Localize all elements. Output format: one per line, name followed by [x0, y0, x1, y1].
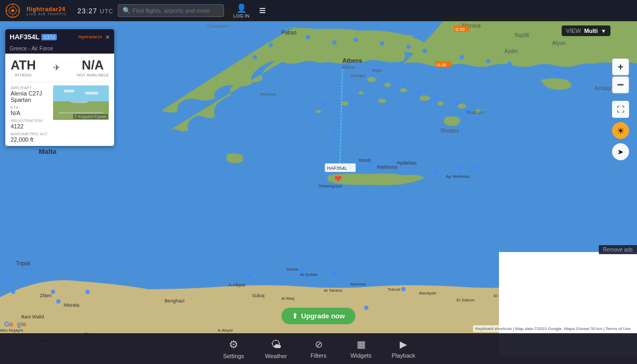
svg-point-7 — [437, 101, 444, 106]
flight-details: AIRCRAFT Alenia C27J Spartan ETA N/A REG… — [5, 82, 114, 146]
svg-point-39 — [322, 101, 326, 106]
svg-text:Ηράκλειο: Ηράκλειο — [397, 160, 417, 166]
svg-text:Catanzaro: Catanzaro — [207, 23, 229, 29]
flight-card-header: HAF354L C27J flightradar24 × — [5, 29, 114, 45]
settings-button[interactable]: ⚙ Settings — [212, 333, 255, 364]
fullscreen-button[interactable]: ⛶ — [612, 101, 629, 118]
svg-point-41 — [11, 290, 15, 294]
flight-arrow-icon: ✈ — [53, 63, 60, 72]
svg-text:O-22: O-22 — [437, 63, 446, 67]
svg-text:Bodrum: Bodrum — [467, 110, 484, 115]
view-toggle[interactable]: VIEW Multi ▼ — [562, 25, 610, 36]
svg-point-42 — [51, 290, 55, 294]
svg-text:Θήβα: Θήβα — [372, 68, 382, 73]
svg-point-25 — [460, 55, 464, 59]
svg-text:Antaly: Antaly — [595, 85, 611, 91]
svg-point-5 — [378, 99, 386, 103]
from-airport-name: ATHENS — [11, 73, 36, 77]
svg-text:Nazilli: Nazilli — [515, 32, 529, 38]
svg-point-18 — [269, 43, 273, 47]
svg-point-8 — [458, 103, 466, 109]
svg-text:Afyon: Afyon — [552, 40, 566, 46]
svg-text:Rethimno: Rethimno — [377, 164, 398, 170]
svg-point-26 — [486, 59, 490, 63]
svg-point-29 — [401, 83, 406, 87]
to-airport-code: N/A — [77, 58, 109, 73]
filters-button[interactable]: ⊘ Filters — [297, 333, 340, 364]
bottom-toolbar: ⚙ Settings 🌤 Weather ⊘ Filters ▦ Widgets… — [0, 333, 637, 364]
svg-text:Athens: Athens — [342, 57, 362, 64]
playback-button[interactable]: ▶ Playback — [382, 333, 425, 364]
svg-point-21 — [354, 38, 358, 42]
keyboard-shortcuts-link[interactable]: Keyboard shortcuts — [475, 326, 512, 331]
remove-ads-button[interactable]: Remove ads — [599, 245, 637, 254]
svg-point-30 — [417, 91, 421, 95]
svg-point-10 — [342, 101, 348, 106]
svg-rect-104 — [76, 102, 82, 102]
terms-link[interactable]: Terms of Use — [606, 326, 631, 331]
flightradar-logo-small: flightradar24 — [79, 34, 102, 39]
baro-alt-label: BAROMETRIC ALT. — [11, 132, 49, 136]
to-airport-name: NOT AVAILABLE — [77, 73, 109, 77]
svg-point-22 — [380, 41, 384, 46]
upgrade-button[interactable]: ⬆ Upgrade now — [281, 308, 355, 324]
flight-type-badge: C27J — [41, 34, 57, 40]
weather-layer-button[interactable]: ☀ — [612, 122, 629, 139]
svg-text:Ay. Νικόλαος: Ay. Νικόλαος — [446, 174, 470, 179]
map-container[interactable]: HAF354L Mal — [0, 0, 637, 364]
svg-point-28 — [555, 71, 559, 75]
svg-text:Aydın: Aydın — [504, 48, 518, 54]
widgets-button[interactable]: ▦ Widgets — [340, 333, 382, 364]
search-input[interactable] — [133, 7, 212, 14]
locate-button[interactable]: ➤ — [612, 143, 629, 160]
filters-icon: ⊘ — [315, 339, 323, 350]
widgets-label: Widgets — [350, 352, 372, 359]
weather-label: Weather — [265, 353, 287, 359]
user-area: 👤 LOG IN ≡ — [228, 3, 276, 19]
svg-text:Mediterranean Sea: Mediterranean Sea — [152, 203, 197, 209]
menu-button[interactable]: ≡ — [255, 4, 270, 18]
svg-text:Al Tamimi: Al Tamimi — [324, 288, 342, 293]
svg-point-19 — [306, 35, 310, 39]
svg-point-34 — [473, 165, 477, 169]
svg-text:Δύελφοι: Δύελφοι — [350, 73, 366, 78]
playback-label: Playback — [392, 352, 416, 359]
eta-value: N/A — [11, 110, 20, 116]
photo-credit: © Krzysztof Krysiak — [73, 114, 108, 119]
svg-text:Bani Walid: Bani Walid — [21, 314, 44, 319]
zoom-in-button[interactable]: + — [612, 58, 629, 75]
svg-point-3 — [400, 88, 407, 92]
flight-airline: Greece - Air Force — [5, 45, 114, 54]
svg-text:Martuba: Martuba — [350, 282, 366, 287]
svg-point-24 — [423, 49, 427, 53]
close-card-button[interactable]: × — [105, 32, 110, 41]
weather-button[interactable]: 🌤 Weather — [255, 333, 297, 364]
svg-point-49 — [401, 287, 406, 291]
svg-point-23 — [407, 45, 411, 49]
svg-rect-105 — [53, 85, 109, 101]
login-button[interactable]: 👤 LOG IN — [234, 3, 250, 19]
zoom-out-button[interactable]: − — [612, 76, 629, 93]
svg-point-38 — [332, 131, 337, 135]
svg-text:Zliten: Zliten — [40, 293, 51, 298]
google-logo: Google — [4, 319, 26, 328]
svg-text:Derna: Derna — [287, 267, 298, 272]
settings-label: Settings — [223, 353, 244, 359]
logo-main-text: flightradar24 — [27, 6, 67, 12]
chevron-down-icon: ▼ — [601, 28, 606, 34]
svg-rect-100 — [58, 112, 104, 114]
svg-point-40 — [5, 276, 10, 281]
svg-point-11 — [316, 110, 321, 113]
svg-text:Bardiyah: Bardiyah — [419, 291, 436, 296]
svg-text:Rhodes: Rhodes — [441, 128, 459, 134]
flightradar24-logo-icon — [5, 3, 20, 18]
search-bar[interactable]: 🔍 — [118, 4, 224, 17]
playback-icon: ▶ — [400, 339, 407, 350]
svg-point-32 — [454, 101, 459, 106]
from-airport-code: ATH — [11, 58, 36, 73]
filters-label: Filters — [311, 352, 326, 359]
svg-text:A-Abyar: A-Abyar — [228, 282, 246, 288]
svg-text:Χανιά: Χανιά — [358, 158, 371, 163]
svg-text:Αθήνα: Αθήνα — [341, 65, 355, 70]
svg-rect-107 — [85, 92, 98, 94]
